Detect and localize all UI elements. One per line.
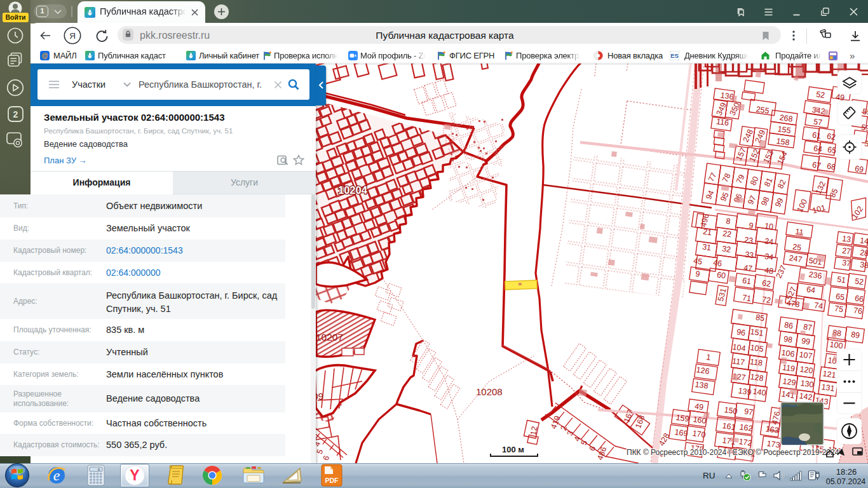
- svg-text:131: 131: [821, 383, 836, 393]
- svg-text:65: 65: [827, 145, 837, 155]
- svg-text:76: 76: [853, 306, 863, 316]
- svg-text:169: 169: [674, 428, 689, 438]
- svg-text:89: 89: [850, 330, 860, 340]
- svg-text:247: 247: [789, 254, 803, 264]
- svg-text:13: 13: [841, 234, 851, 244]
- svg-text:32: 32: [721, 244, 731, 254]
- svg-text:27: 27: [841, 246, 851, 256]
- svg-text:67: 67: [811, 160, 822, 170]
- svg-text:64: 64: [806, 285, 816, 295]
- svg-text:ES: ES: [670, 52, 679, 59]
- svg-text:236: 236: [808, 270, 823, 281]
- svg-text:57: 57: [813, 117, 823, 127]
- svg-text:22: 22: [722, 229, 732, 239]
- svg-text:Я: Я: [69, 31, 76, 41]
- svg-text:85: 85: [755, 313, 765, 323]
- svg-text:10208: 10208: [476, 386, 503, 397]
- svg-text:62: 62: [826, 132, 836, 142]
- svg-text:62: 62: [761, 278, 771, 288]
- svg-text:65: 65: [835, 292, 845, 302]
- svg-text:60: 60: [716, 270, 726, 280]
- svg-text:66: 66: [854, 294, 864, 304]
- svg-text:14: 14: [859, 236, 868, 246]
- svg-text:ПКК © Росреестр 2010-2024 | ЕЭ: ПКК © Росреестр 2010-2024 | ЕЭКО © Росре…: [627, 448, 839, 457]
- svg-text:45: 45: [693, 256, 703, 266]
- svg-text:64: 64: [813, 144, 823, 154]
- svg-text:142: 142: [799, 391, 813, 402]
- svg-text:96: 96: [736, 327, 746, 337]
- svg-text:74: 74: [813, 301, 824, 311]
- svg-text:117: 117: [731, 356, 745, 367]
- svg-text:52: 52: [815, 90, 825, 100]
- svg-text:47: 47: [743, 263, 753, 273]
- svg-text:119: 119: [782, 363, 796, 374]
- svg-text:150: 150: [724, 405, 738, 416]
- svg-text:12: 12: [529, 426, 539, 436]
- svg-text:37: 37: [841, 258, 851, 268]
- svg-text:126: 126: [696, 365, 710, 376]
- svg-text:158: 158: [776, 137, 790, 147]
- svg-text:116: 116: [715, 117, 729, 128]
- svg-text:Y: Y: [130, 467, 139, 484]
- svg-text:106: 106: [781, 348, 796, 359]
- svg-text:55: 55: [862, 107, 868, 117]
- svg-text:61: 61: [811, 130, 822, 140]
- svg-text:31: 31: [702, 242, 712, 252]
- svg-text:75: 75: [834, 304, 844, 314]
- svg-text:61: 61: [742, 276, 752, 286]
- svg-text:46: 46: [712, 258, 722, 268]
- svg-text:86: 86: [783, 320, 794, 330]
- svg-text:159: 159: [675, 413, 690, 424]
- svg-text:10204: 10204: [338, 184, 368, 196]
- svg-text:52: 52: [854, 276, 864, 287]
- svg-text:25: 25: [792, 242, 802, 252]
- svg-text:100 м: 100 м: [502, 445, 524, 454]
- svg-text:172: 172: [738, 437, 753, 448]
- svg-text:2: 2: [13, 109, 18, 119]
- svg-text:69: 69: [854, 164, 864, 174]
- svg-text:139: 139: [738, 386, 752, 397]
- svg-text:129: 129: [782, 377, 797, 388]
- svg-text:162: 162: [739, 423, 754, 433]
- svg-text:72: 72: [761, 295, 771, 305]
- svg-text:163: 163: [765, 424, 780, 435]
- svg-text:3: 3: [864, 139, 868, 149]
- svg-text:24: 24: [764, 236, 774, 247]
- svg-text:97: 97: [743, 407, 754, 417]
- svg-text:71: 71: [742, 293, 752, 303]
- svg-text:34: 34: [764, 252, 774, 262]
- svg-text:478: 478: [786, 299, 801, 309]
- svg-text:107: 107: [799, 350, 813, 361]
- svg-text:155: 155: [777, 125, 792, 135]
- svg-text:105: 105: [750, 343, 764, 354]
- svg-text:151: 151: [750, 327, 764, 338]
- svg-text:48: 48: [764, 266, 774, 276]
- svg-text:138: 138: [695, 380, 709, 391]
- svg-text:98: 98: [783, 334, 793, 344]
- svg-text:28: 28: [859, 248, 868, 258]
- svg-text:10207: 10207: [316, 332, 343, 342]
- svg-text:104: 104: [732, 342, 747, 353]
- svg-text:51: 51: [836, 274, 846, 285]
- svg-text:170: 170: [692, 429, 707, 440]
- svg-text:268: 268: [779, 113, 794, 124]
- svg-text:38: 38: [859, 260, 868, 270]
- svg-text:21: 21: [702, 227, 712, 237]
- svg-text:33: 33: [744, 250, 754, 260]
- svg-text:59: 59: [860, 123, 868, 133]
- svg-text:118: 118: [749, 357, 763, 368]
- svg-text:255: 255: [756, 105, 770, 116]
- svg-text:120: 120: [799, 365, 814, 376]
- svg-text:99: 99: [801, 336, 811, 346]
- svg-text:140: 140: [752, 387, 767, 398]
- svg-text:@: @: [41, 51, 48, 59]
- svg-text:128: 128: [750, 372, 764, 383]
- svg-text:161: 161: [722, 421, 736, 432]
- svg-text:130: 130: [800, 379, 815, 390]
- svg-text:121: 121: [822, 369, 837, 380]
- svg-text:23: 23: [743, 235, 754, 245]
- svg-text:PDF: PDF: [325, 477, 339, 484]
- svg-text:49: 49: [694, 402, 704, 412]
- svg-text:10: 10: [764, 221, 774, 231]
- svg-text:68: 68: [826, 161, 836, 172]
